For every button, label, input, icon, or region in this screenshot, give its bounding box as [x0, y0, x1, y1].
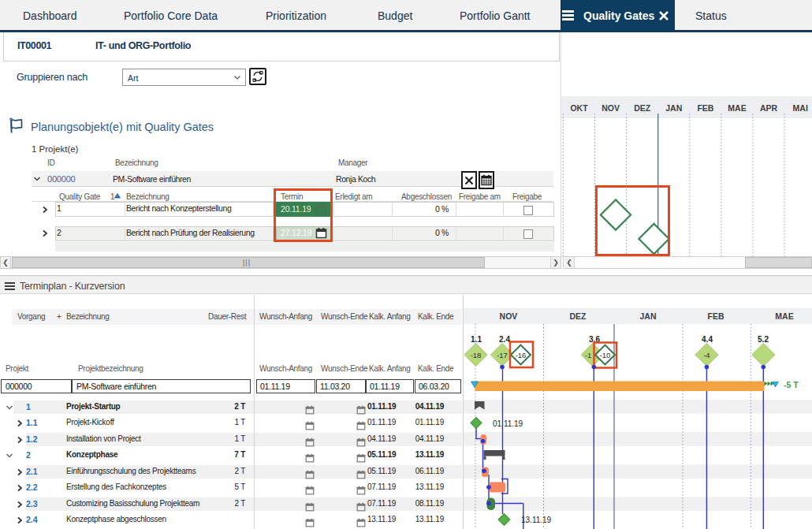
svg-text:-4: -4: [703, 351, 710, 359]
svg-text:-5 T: -5 T: [784, 380, 799, 389]
svg-text:MAE: MAE: [775, 311, 793, 321]
svg-text:MAI: MAI: [793, 103, 808, 113]
svg-text:NOV: NOV: [602, 103, 620, 113]
svg-text:-17: -17: [497, 351, 508, 359]
svg-text:JAN: JAN: [665, 103, 682, 113]
svg-text:FEB: FEB: [708, 311, 724, 321]
svg-text:2.4: 2.4: [499, 335, 510, 344]
svg-text:JAN: JAN: [639, 311, 656, 321]
svg-text:1.1: 1.1: [471, 335, 482, 344]
svg-text:OKT: OKT: [570, 103, 588, 113]
svg-text:-1: -1: [585, 351, 591, 359]
svg-text:DEZ: DEZ: [634, 103, 651, 113]
svg-text:FEB: FEB: [697, 103, 713, 113]
svg-text:-16: -16: [516, 351, 527, 359]
svg-text:DEZ: DEZ: [570, 311, 587, 321]
svg-text:NOV: NOV: [500, 311, 518, 321]
svg-text:-10: -10: [600, 351, 611, 359]
svg-text:APR: APR: [760, 103, 778, 113]
svg-text:4.4: 4.4: [702, 335, 713, 344]
svg-text:MAE: MAE: [728, 103, 746, 113]
svg-text:01.11.19: 01.11.19: [493, 419, 523, 428]
svg-text:5.2: 5.2: [758, 335, 769, 344]
svg-text:13.11.19: 13.11.19: [521, 516, 552, 524]
svg-text:-18: -18: [471, 351, 482, 359]
